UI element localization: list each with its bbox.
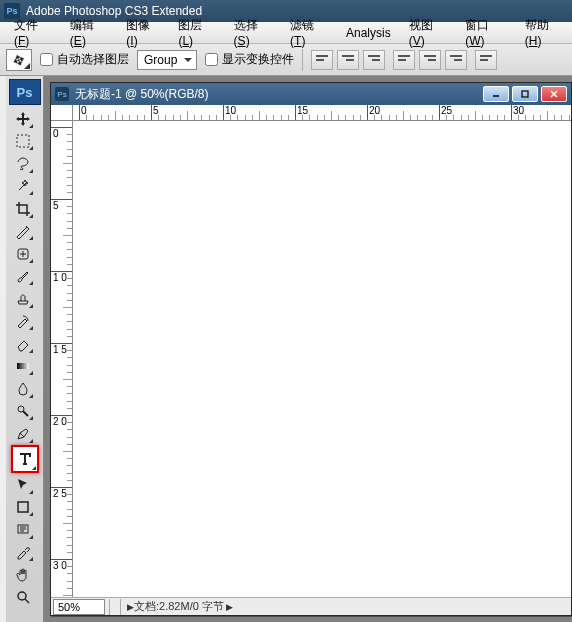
zoom-tool[interactable] bbox=[11, 586, 35, 608]
status-separator bbox=[109, 599, 121, 615]
eraser-tool[interactable] bbox=[11, 333, 35, 355]
magic-wand-tool[interactable] bbox=[11, 175, 35, 197]
vertical-ruler[interactable]: 051 01 52 02 53 0 bbox=[51, 121, 73, 597]
crop-tool[interactable] bbox=[11, 198, 35, 220]
status-menu-arrow-icon[interactable]: ▶ bbox=[127, 602, 134, 612]
document-statusbar: 50% ▶ 文档: 2.82M/0 字节 ▶ bbox=[51, 597, 571, 615]
ps-logo-icon: Ps bbox=[9, 79, 41, 105]
menu-帮助[interactable]: 帮助(H) bbox=[517, 15, 572, 50]
ruler-v-label: 3 0 bbox=[53, 560, 67, 571]
menu-analysis[interactable]: Analysis bbox=[338, 24, 399, 42]
auto-select-layer-checkbox[interactable]: 自动选择图层 bbox=[40, 51, 129, 68]
menu-滤镜[interactable]: 滤镜(T) bbox=[282, 15, 336, 50]
hand-tool[interactable] bbox=[11, 564, 35, 586]
move-tool[interactable] bbox=[11, 108, 35, 130]
slice-tool[interactable] bbox=[11, 220, 35, 242]
close-button[interactable] bbox=[541, 86, 567, 102]
lasso-tool[interactable] bbox=[11, 153, 35, 175]
status-value: 2.82M/0 字节 bbox=[159, 599, 224, 614]
ruler-v-label: 1 0 bbox=[53, 272, 67, 283]
canvas[interactable] bbox=[73, 121, 571, 597]
menu-文件[interactable]: 文件(F) bbox=[6, 15, 60, 50]
show-transform-controls-checkbox[interactable]: 显示变换控件 bbox=[205, 51, 294, 68]
menu-图像[interactable]: 图像(I) bbox=[118, 15, 168, 50]
eyedropper-tool[interactable] bbox=[11, 541, 35, 563]
document-titlebar[interactable]: Ps 无标题-1 @ 50%(RGB/8) bbox=[51, 83, 571, 105]
svg-rect-0 bbox=[17, 135, 29, 147]
type-tool[interactable] bbox=[11, 445, 39, 473]
align-hcenter-button[interactable] bbox=[419, 50, 441, 70]
align-left-button[interactable] bbox=[393, 50, 415, 70]
shape-tool[interactable] bbox=[11, 496, 35, 518]
marquee-tool[interactable] bbox=[11, 130, 35, 152]
separator bbox=[302, 49, 303, 71]
svg-rect-2 bbox=[17, 363, 29, 369]
blur-tool[interactable] bbox=[11, 378, 35, 400]
gradient-tool[interactable] bbox=[11, 355, 35, 377]
distribute-button[interactable] bbox=[475, 50, 497, 70]
pen-tool[interactable] bbox=[11, 423, 35, 445]
menu-窗口[interactable]: 窗口(W) bbox=[457, 15, 515, 50]
menubar: 文件(F)编辑(E)图像(I)图层(L)选择(S)滤镜(T)Analysis视图… bbox=[0, 22, 572, 44]
align-group-3 bbox=[475, 50, 497, 70]
horizontal-ruler[interactable]: 051015202530 bbox=[73, 105, 571, 121]
ruler-v-label: 2 5 bbox=[53, 488, 67, 499]
document-icon: Ps bbox=[55, 87, 69, 101]
document-title: 无标题-1 @ 50%(RGB/8) bbox=[75, 86, 209, 103]
svg-rect-8 bbox=[522, 91, 528, 97]
ruler-v-label: 1 5 bbox=[53, 344, 67, 355]
align-top-button[interactable] bbox=[311, 50, 333, 70]
align-group-1 bbox=[311, 50, 385, 70]
menu-视图[interactable]: 视图(V) bbox=[401, 15, 456, 50]
svg-point-6 bbox=[18, 592, 26, 600]
dodge-tool[interactable] bbox=[11, 400, 35, 422]
clone-stamp-tool[interactable] bbox=[11, 288, 35, 310]
align-bottom-button[interactable] bbox=[363, 50, 385, 70]
ruler-origin[interactable] bbox=[51, 105, 73, 121]
menu-选择[interactable]: 选择(S) bbox=[226, 15, 281, 50]
menu-编辑[interactable]: 编辑(E) bbox=[62, 15, 117, 50]
auto-select-checkbox-input[interactable] bbox=[40, 53, 53, 66]
brush-tool[interactable] bbox=[11, 265, 35, 287]
auto-select-scope-select[interactable]: Group bbox=[137, 50, 197, 70]
document-window: Ps 无标题-1 @ 50%(RGB/8) 051015202530 051 0… bbox=[50, 82, 572, 616]
status-prefix: 文档: bbox=[134, 599, 159, 614]
maximize-button[interactable] bbox=[512, 86, 538, 102]
align-vcenter-button[interactable] bbox=[337, 50, 359, 70]
auto-select-label: 自动选择图层 bbox=[57, 51, 129, 68]
path-selection-tool[interactable] bbox=[11, 474, 35, 496]
menu-图层[interactable]: 图层(L) bbox=[170, 15, 223, 50]
stage-area: Ps 无标题-1 @ 50%(RGB/8) 051015202530 051 0… bbox=[44, 76, 572, 622]
svg-rect-4 bbox=[18, 502, 28, 512]
status-dropdown-arrow-icon[interactable]: ▶ bbox=[226, 602, 233, 612]
align-right-button[interactable] bbox=[445, 50, 467, 70]
ruler-v-label: 2 0 bbox=[53, 416, 67, 427]
current-tool-indicator[interactable]: ✥ bbox=[6, 49, 32, 71]
ruler-v-label: 0 bbox=[53, 128, 59, 139]
notes-tool[interactable] bbox=[11, 519, 35, 541]
tools-panel: Ps bbox=[6, 76, 44, 622]
history-brush-tool[interactable] bbox=[11, 310, 35, 332]
minimize-button[interactable] bbox=[483, 86, 509, 102]
ruler-v-label: 5 bbox=[53, 200, 59, 211]
healing-brush-tool[interactable] bbox=[11, 243, 35, 265]
show-transform-label: 显示变换控件 bbox=[222, 51, 294, 68]
align-group-2 bbox=[393, 50, 467, 70]
auto-select-scope-value: Group bbox=[144, 53, 177, 67]
zoom-field[interactable]: 50% bbox=[53, 599, 105, 615]
show-transform-checkbox-input[interactable] bbox=[205, 53, 218, 66]
